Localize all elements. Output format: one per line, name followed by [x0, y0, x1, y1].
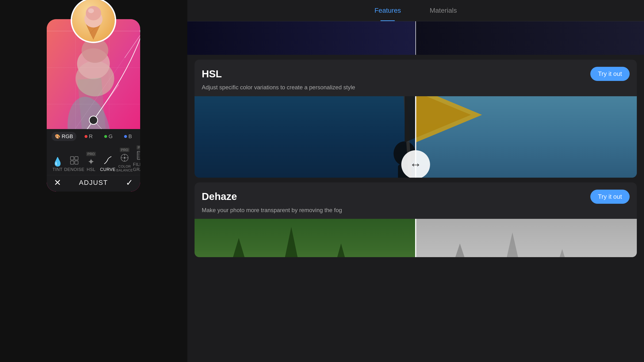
hsl-preview-svg: After Before ↔ — [194, 96, 637, 178]
hsl-label: HSL — [87, 167, 96, 172]
hsl-icon: ✦ — [88, 158, 95, 166]
channel-b[interactable]: B — [121, 132, 135, 141]
tint-label: TINT — [52, 167, 62, 172]
curve-label: CURVE — [100, 167, 116, 172]
top-preview-strip — [187, 21, 644, 55]
phone-mockup: 🎨 RGB R G B — [47, 19, 140, 220]
denoise-icon — [70, 156, 78, 166]
denoise-label: DENOISE — [64, 167, 84, 172]
ice-cream-icon — [74, 0, 112, 41]
svg-rect-48 — [194, 96, 416, 178]
left-panel: 🎨 RGB R G B — [0, 0, 187, 362]
channel-r[interactable]: R — [81, 132, 96, 141]
confirm-button[interactable]: ✓ — [126, 178, 133, 188]
svg-rect-30 — [75, 157, 78, 160]
phone-screen: 🎨 RGB R G B — [47, 19, 140, 192]
tint-icon: 💧 — [52, 158, 63, 166]
cancel-button[interactable]: ✕ — [54, 178, 61, 188]
bottom-action-bar: ✕ ADJUST ✓ — [47, 175, 140, 192]
curve-icon — [104, 156, 112, 166]
svg-rect-60 — [194, 219, 416, 257]
bottom-spacer — [187, 262, 644, 276]
tab-features[interactable]: Features — [360, 0, 416, 21]
hsl-preview: After Before ↔ — [194, 96, 637, 178]
dehaze-try-it-button[interactable]: Try it out — [590, 190, 630, 204]
color-balance-icon — [120, 153, 129, 164]
svg-point-5 — [86, 6, 101, 20]
dehaze-feature-title: Dehaze — [202, 191, 237, 202]
film-grain-pro-badge: PRO — [136, 145, 140, 150]
tool-list: 💧 TINT DENOISE PRO ✦ HSL — [47, 143, 140, 175]
channel-rgb[interactable]: 🎨 RGB — [52, 132, 76, 141]
features-content[interactable]: HSL Try it out Adjust specific color var… — [187, 21, 644, 362]
tool-film-grain[interactable]: PRO — [133, 145, 140, 172]
film-grain-icon — [137, 151, 140, 161]
tool-color-balance[interactable]: PRO COLORBALANCE — [116, 148, 133, 172]
hsl-pro-badge: PRO — [86, 152, 96, 156]
hsl-feature-title: HSL — [202, 68, 222, 80]
film-grain-label: FILM GRAIN — [133, 162, 140, 172]
svg-rect-31 — [70, 161, 74, 164]
svg-point-34 — [124, 157, 126, 159]
preview-after-section — [187, 21, 416, 55]
svg-text:↔: ↔ — [410, 157, 422, 171]
hsl-card-header: HSL Try it out — [194, 60, 637, 83]
channel-g[interactable]: G — [101, 132, 116, 141]
svg-line-22 — [94, 84, 119, 120]
svg-rect-61 — [416, 219, 637, 257]
channel-tabs: 🎨 RGB R G B — [47, 132, 140, 143]
dehaze-card-header: Dehaze Try it out — [194, 182, 637, 206]
dehaze-description: Make your photo more transparent by remo… — [194, 206, 637, 219]
svg-rect-32 — [75, 161, 78, 164]
hsl-description: Adjust specific color variations to crea… — [194, 83, 637, 96]
tool-hsl[interactable]: PRO ✦ HSL — [83, 152, 100, 172]
feature-card-dehaze: Dehaze Try it out Make your photo more t… — [194, 182, 637, 257]
tool-tint[interactable]: 💧 TINT — [49, 158, 66, 172]
tab-materials[interactable]: Materials — [415, 0, 471, 21]
svg-point-25 — [89, 116, 98, 124]
svg-point-6 — [88, 8, 94, 13]
dehaze-preview: After Before — [194, 219, 637, 257]
preview-before-section — [416, 21, 644, 55]
dehaze-preview-svg: After Before — [194, 219, 637, 257]
hsl-try-it-button[interactable]: Try it out — [590, 67, 630, 81]
bottom-toolbar: 🎨 RGB R G B — [47, 129, 140, 192]
tabs-header: Features Materials — [187, 0, 644, 21]
mode-title: ADJUST — [79, 179, 108, 187]
right-panel: Features Materials HSL Try it out Adjust… — [187, 0, 644, 362]
tool-curve[interactable]: CURVE — [100, 156, 116, 172]
feature-card-hsl: HSL Try it out Adjust specific color var… — [194, 60, 637, 178]
color-balance-label: COLORBALANCE — [116, 164, 133, 172]
svg-rect-29 — [70, 157, 74, 160]
preview-split — [187, 21, 644, 55]
tool-denoise[interactable]: DENOISE — [66, 156, 83, 172]
color-balance-pro-badge: PRO — [120, 148, 130, 152]
